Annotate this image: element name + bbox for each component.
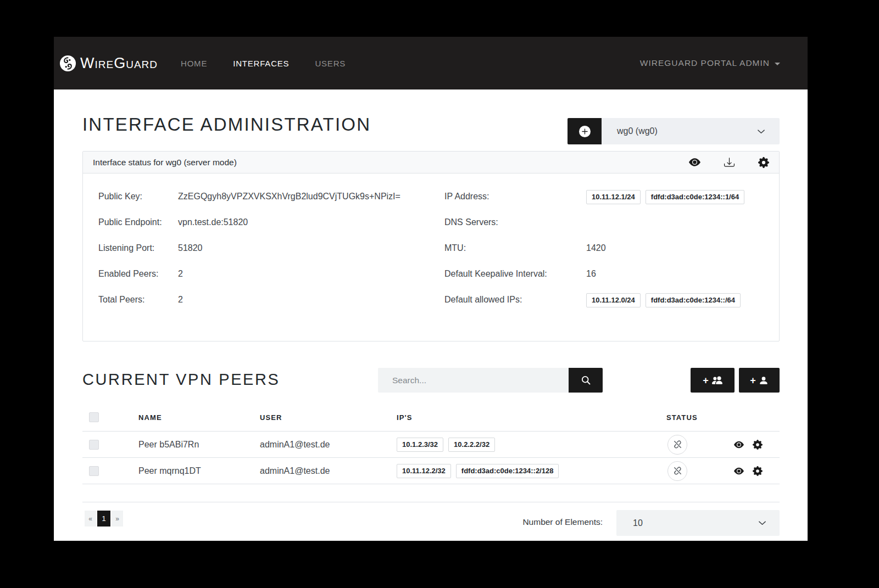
column-header-user: USER: [260, 413, 397, 422]
pagination-next[interactable]: »: [112, 511, 123, 527]
interface-select-value: wg0 (wg0): [617, 126, 658, 136]
peer-name: Peer b5ABi7Rn: [138, 440, 260, 450]
download-config-button[interactable]: [722, 156, 736, 169]
select-all-checkbox[interactable]: [89, 412, 99, 422]
table-row: Peer mqrnq1DT adminA1@test.de 10.11.12.2…: [82, 458, 780, 484]
chevron-down-icon: [757, 127, 765, 136]
field-label: Default Keepalive Interval:: [444, 267, 586, 281]
add-peer-button[interactable]: +: [739, 368, 780, 393]
user-menu-label: WIREGUARD PORTAL ADMIN: [640, 58, 770, 68]
field-mtu: MTU: 1420: [444, 242, 766, 255]
status-badge: [667, 435, 687, 455]
chevron-down-icon: [758, 519, 766, 527]
ip-badge: 10.11.12.0/24: [586, 293, 641, 307]
field-value: 2: [178, 267, 433, 281]
card-actions: [688, 156, 770, 169]
status-right-column: IP Address: 10.11.12.1/24 fdfd:d3ad:c0de…: [444, 190, 766, 319]
person-icon: [759, 376, 769, 385]
field-public-key: Public Key: ZzEGQgyh8yVPZXVKSXhVrgB2lud9…: [98, 190, 433, 203]
row-actions: [721, 464, 780, 478]
ip-badge: 10.2.2.2/32: [448, 438, 495, 452]
brand-text: WireGuard: [80, 55, 158, 72]
nav-link-home[interactable]: HOME: [181, 59, 207, 68]
field-value: ZzEGQgyh8yVPZXVKSXhVrgB2lud9CVjTUGk9s+NP…: [178, 190, 433, 203]
user-menu-dropdown[interactable]: WIREGUARD PORTAL ADMIN: [640, 58, 780, 68]
peer-user: adminA1@test.de: [260, 466, 397, 476]
show-config-button[interactable]: [688, 156, 701, 169]
pagination: « 1 »: [85, 511, 123, 527]
search-input[interactable]: [378, 368, 569, 393]
pagination-prev[interactable]: «: [85, 511, 96, 527]
column-header-status: STATUS: [666, 413, 721, 422]
interface-settings-button[interactable]: [757, 156, 770, 169]
peer-status: [666, 435, 721, 455]
elements-count-label: Number of Elements:: [411, 517, 603, 527]
field-label: IP Address:: [444, 190, 586, 204]
card-body: Public Key: ZzEGQgyh8yVPZXVKSXhVrgB2lud9…: [83, 173, 779, 341]
status-badge: [667, 461, 687, 481]
gear-icon: [758, 157, 769, 168]
field-label: MTU:: [444, 242, 586, 255]
field-label: Public Endpoint:: [98, 216, 178, 229]
field-ip-address: IP Address: 10.11.12.1/24 fdfd:d3ad:c0de…: [444, 190, 766, 204]
field-value: 1420: [586, 242, 766, 255]
nav-link-interfaces[interactable]: INTERFACES: [233, 59, 289, 68]
link-slash-icon: [673, 466, 682, 475]
field-value: vpn.test.de:51820: [178, 216, 433, 229]
ip-badge: fdfd:d3ad:c0de:1234::1/64: [646, 190, 744, 204]
field-dns-servers: DNS Servers:: [444, 216, 766, 229]
peer-name: Peer mqrnq1DT: [138, 466, 260, 476]
plus-circle-icon: [579, 126, 591, 137]
wireguard-brand[interactable]: WireGuard: [59, 55, 158, 72]
interface-select[interactable]: wg0 (wg0): [602, 118, 780, 144]
page-title: INTERFACE ADMINISTRATION: [82, 114, 371, 136]
peers-section-title: CURRENT VPN PEERS: [82, 369, 280, 389]
row-actions: [721, 438, 780, 451]
ip-badge: 10.1.2.3/32: [397, 438, 443, 452]
field-label: Public Key:: [98, 190, 178, 203]
table-row: Peer b5ABi7Rn adminA1@test.de 10.1.2.3/3…: [82, 432, 780, 458]
navbar: WireGuard HOME INTERFACES USERS WIREGUAR…: [54, 37, 808, 89]
download-icon: [724, 157, 735, 167]
nav-links: HOME INTERFACES USERS: [181, 59, 346, 68]
table-footer-spacer: [82, 484, 780, 502]
row-checkbox[interactable]: [89, 440, 99, 450]
field-label: DNS Servers:: [444, 216, 586, 229]
elements-count-select[interactable]: 10: [616, 510, 780, 536]
field-enabled-peers: Enabled Peers: 2: [98, 267, 433, 281]
wireguard-logo-icon: [59, 55, 76, 72]
search-icon: [581, 376, 591, 385]
row-checkbox[interactable]: [89, 466, 99, 476]
people-group-icon: [712, 375, 722, 385]
view-peer-button[interactable]: [732, 438, 746, 451]
column-header-ips: IP'S: [397, 413, 666, 422]
table-header-row: NAME USER IP'S STATUS: [82, 404, 780, 432]
field-label: Default allowed IPs:: [444, 293, 586, 307]
field-keepalive-interval: Default Keepalive Interval: 16: [444, 267, 766, 281]
field-value: 16: [586, 267, 766, 281]
eye-icon: [689, 156, 700, 168]
peer-status: [666, 461, 721, 481]
view-peer-button[interactable]: [732, 464, 746, 478]
app-viewport: WireGuard HOME INTERFACES USERS WIREGUAR…: [0, 0, 879, 588]
field-label: Total Peers:: [98, 293, 178, 306]
ip-badge: 10.11.12.1/24: [586, 190, 641, 204]
search-button[interactable]: [569, 368, 603, 393]
peer-ips: 10.11.12.2/32 fdfd:d3ad:c0de:1234::2/128: [397, 464, 666, 478]
field-label: Listening Port:: [98, 242, 178, 255]
add-interface-button[interactable]: [568, 118, 602, 144]
main-content: INTERFACE ADMINISTRATION wg0 (wg0) Inter…: [54, 89, 808, 541]
peer-settings-button[interactable]: [751, 438, 764, 451]
ip-badges: 10.11.12.1/24 fdfd:d3ad:c0de:1234::1/64: [586, 190, 766, 204]
pagination-page-1[interactable]: 1: [97, 511, 110, 527]
column-header-name: NAME: [138, 413, 260, 422]
eye-icon: [734, 466, 744, 476]
ip-badge: fdfd:d3ad:c0de:1234::/64: [646, 293, 741, 307]
card-header: Interface status for wg0 (server mode): [83, 152, 779, 173]
ip-badge: 10.11.12.2/32: [397, 464, 451, 478]
nav-link-users[interactable]: USERS: [315, 59, 346, 68]
add-multiple-peers-button[interactable]: +: [691, 368, 735, 393]
peer-table: NAME USER IP'S STATUS Peer b5ABi7Rn admi…: [82, 404, 780, 502]
peer-settings-button[interactable]: [751, 464, 764, 478]
field-value: [586, 216, 766, 229]
